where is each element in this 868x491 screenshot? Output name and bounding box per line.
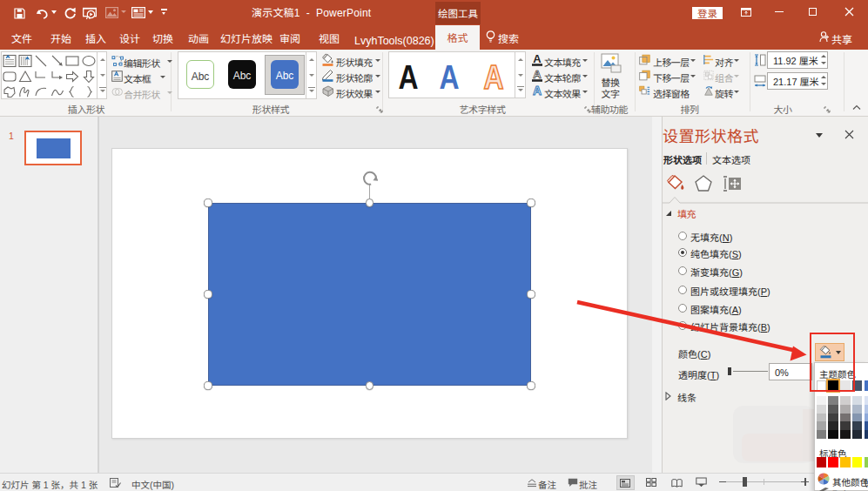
svg-text:A: A: [533, 69, 542, 81]
svg-text:A: A: [533, 84, 542, 98]
svg-text:A: A: [533, 53, 542, 65]
